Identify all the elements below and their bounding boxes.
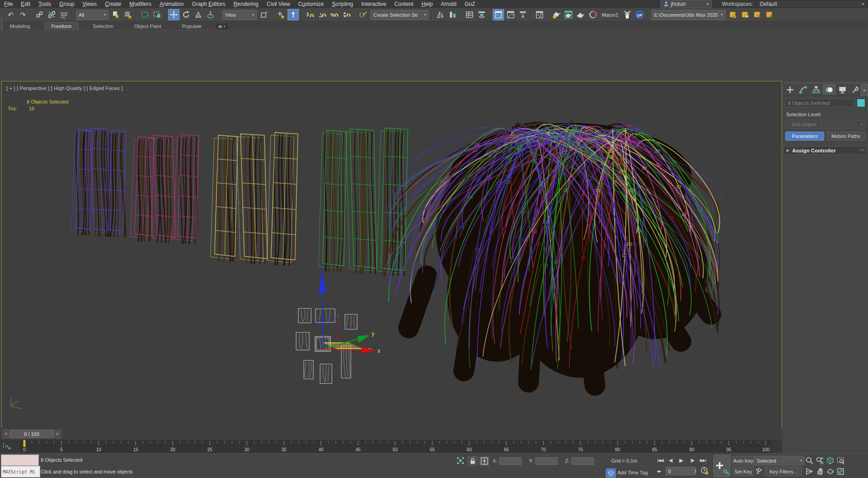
selection-name-field[interactable]: 8 Objects Selected [785,99,854,107]
viewport-canvas[interactable]: Zyx [2,81,781,427]
select-and-rotate-icon[interactable] [180,9,192,20]
ribbon-tab-populate[interactable]: Populate [175,23,208,30]
select-and-manipulate-icon[interactable] [275,9,287,20]
menu-modifiers[interactable]: Modifiers [125,0,156,8]
max-mascot-icon[interactable] [622,9,633,20]
pov-viewport-icon[interactable] [805,467,814,476]
select-by-name-icon[interactable] [123,9,134,20]
go-to-start-button[interactable]: |◀◀ [656,456,665,464]
rendered-frame-window-icon[interactable] [563,9,574,20]
current-frame-field[interactable]: 0 [665,467,696,475]
script-scroll-gear-icon[interactable] [727,9,739,20]
animate-selection-dropdown[interactable]: Selected ▾ [754,456,805,465]
undo-icon[interactable]: ↶ [5,9,16,20]
qr-button[interactable]: QR [634,9,645,20]
material-editor-icon[interactable] [534,9,545,20]
sub-object-level-dropdown[interactable]: ▾ [825,120,865,129]
percent-snap-icon[interactable]: % [329,9,340,20]
parameters-button[interactable]: Parameters [785,132,824,141]
panel-tab-create-icon[interactable] [783,84,797,95]
angle-snap-icon[interactable] [316,9,328,20]
menu-help[interactable]: Help [417,0,437,8]
menu-interactive[interactable]: Interactive [357,0,390,8]
bind-to-space-warp-icon[interactable] [58,9,70,20]
named-selection-dropdown[interactable]: Create Selection Se▾ [371,10,429,20]
script-scroll-nodes-icon[interactable] [752,9,763,20]
panel-tab-utilities-icon[interactable] [849,84,862,95]
menu-tools[interactable]: Tools [34,0,55,8]
menu-graph-editors[interactable]: Graph Editors [188,0,229,8]
z-coord-field[interactable] [571,457,594,465]
object-color-swatch[interactable] [857,99,865,107]
select-object-icon[interactable] [110,9,122,20]
menu-views[interactable]: Views [78,0,101,8]
maximize-viewport-icon[interactable] [836,467,845,476]
project-folder-dropdown[interactable]: E:\Documents\3ds Max 2020▾ [651,10,726,20]
viewport-label[interactable]: [ + ] [ Perspective ] [ High Quality ] [… [6,85,123,91]
snap-toggle-3d-icon[interactable]: 3 [304,9,316,20]
panel-tab-hierarchy-icon[interactable] [810,84,823,95]
toggle-scene-explorer-icon[interactable] [464,9,475,20]
keyboard-shortcut-override-icon[interactable] [288,9,299,20]
menu-create[interactable]: Create [101,0,125,8]
render-setup-icon[interactable] [551,9,562,20]
workspace-dropdown[interactable]: Default ▾ [757,0,867,8]
zoom-extents-icon[interactable] [826,456,835,465]
menu-scripting[interactable]: Scripting [328,0,357,8]
menu-customize[interactable]: Customize [294,0,328,8]
menu-group[interactable]: Group [55,0,78,8]
assign-controller-rollout[interactable]: ▶ Assign Controller [783,146,867,155]
spinner-snap-icon[interactable] [341,9,352,20]
use-pivot-point-center-icon[interactable] [259,9,270,20]
add-time-tag-label[interactable]: Add Time Tag [618,470,648,475]
zoom-all-icon[interactable] [815,456,825,465]
macro-recorder-field[interactable] [1,454,39,466]
previous-frame-button[interactable]: ◀|| [666,456,675,464]
selection-filter-dropdown[interactable]: All▾ [76,10,108,20]
set-key-filters-pose-icon[interactable] [754,467,763,475]
menu-animation[interactable]: Animation [156,0,188,8]
panel-tab-motion-icon[interactable] [823,84,836,95]
align-icon[interactable] [447,9,458,20]
frame-spinner[interactable]: ▲▼ [693,467,698,475]
pan-hand-icon[interactable] [815,467,825,476]
go-to-end-button[interactable]: ▶▶| [698,456,708,464]
menu-goz[interactable]: GoZ [461,0,479,8]
redo-icon[interactable]: ↷ [17,9,28,20]
viewport[interactable]: Zyx [ + ] [ Perspective ] [ High Quality… [1,81,782,428]
zoom-icon[interactable] [805,456,814,465]
curve-editor-icon[interactable] [493,9,504,20]
script-scroll-new-icon[interactable] [764,9,775,20]
mirror-icon[interactable] [435,9,446,20]
window-crossing-icon[interactable] [151,9,163,20]
create-key-button[interactable]: + [713,455,731,477]
panel-overflow-chevron[interactable]: » [861,84,868,96]
menu-arnold[interactable]: Arnold [437,0,461,8]
panel-tab-modify-icon[interactable] [797,84,810,95]
edit-named-selection-sets-icon[interactable]: { } [358,9,369,20]
absolute-offset-mode-icon[interactable] [479,456,489,466]
auto-key-button[interactable]: Auto Key [732,456,754,465]
toggle-layer-explorer-icon[interactable] [476,9,487,20]
ribbon-media-dropdown[interactable]: ▾ [216,24,228,29]
time-slider[interactable]: < 0 / 100 > [0,428,782,440]
select-and-place-icon[interactable] [205,9,216,20]
select-and-link-icon[interactable] [34,9,45,20]
time-ruler[interactable]: 0510152025303540455055606570758085909510… [20,440,771,453]
selection-lock-region-icon[interactable] [456,456,465,465]
ribbon-toggle-icon[interactable] [517,9,528,20]
maxscript-mini-listener[interactable]: MAXScript Mi [1,466,40,478]
reference-coordinate-dropdown[interactable]: View▾ [222,10,257,20]
menu-content[interactable]: Content [390,0,417,8]
ribbon-tab-freeform[interactable]: Freeform [45,22,79,30]
orbit-icon[interactable] [826,467,835,476]
time-configuration-icon[interactable] [700,467,709,475]
zoom-region-icon[interactable] [836,456,845,465]
key-filters-button[interactable]: Key Filters... [765,467,802,476]
rectangular-selection-region-icon[interactable] [139,9,151,20]
script-scroll-open-icon[interactable] [740,9,751,20]
menu-civil-view[interactable]: Civil View [263,0,294,8]
user-account-dropdown[interactable]: jhotun ▾ [660,0,712,8]
panel-tab-display-icon[interactable] [836,84,849,95]
next-frame-button[interactable]: ||▶ [688,456,697,464]
